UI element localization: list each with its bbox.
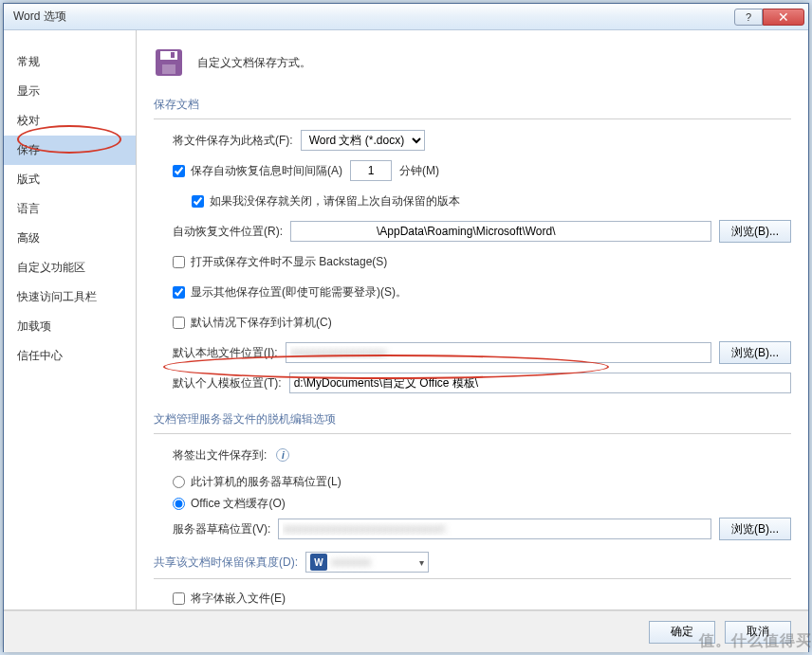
showother-checkbox[interactable] — [173, 286, 185, 299]
browse-localfile-button[interactable]: 浏览(B)... — [719, 341, 791, 364]
window-title: Word 选项 — [13, 9, 734, 25]
sidebar: 常规 显示 校对 保存 版式 语言 高级 自定义功能区 快速访问工具栏 加载项 … — [4, 30, 137, 610]
sidebar-item-advanced[interactable]: 高级 — [4, 224, 136, 253]
section-save-docs: 保存文档 — [154, 91, 791, 119]
radio-server-draft[interactable] — [173, 476, 185, 488]
sidebar-item-quick-access[interactable]: 快速访问工具栏 — [4, 282, 136, 312]
radio-server-draft-label: 此计算机的服务器草稿位置(L) — [191, 474, 341, 490]
ok-button[interactable]: 确定 — [649, 621, 715, 644]
format-label: 将文件保存为此格式(F): — [173, 133, 293, 149]
localfile-label: 默认本地文件位置(I): — [173, 345, 278, 361]
help-button[interactable]: ? — [734, 9, 763, 26]
defaultcomp-label: 默认情况下保存到计算机(C) — [191, 315, 332, 331]
checkout-label: 将签出文件保存到: — [173, 447, 267, 464]
sidebar-item-layout[interactable]: 版式 — [4, 165, 136, 194]
sidebar-item-display[interactable]: 显示 — [4, 77, 136, 106]
main-panel: 自定义文档保存方式。 保存文档 将文件保存为此格式(F): Word 文档 (*… — [137, 30, 808, 610]
autosave-checkbox[interactable] — [173, 165, 185, 177]
svg-rect-1 — [160, 51, 177, 60]
radio-office-cache-label: Office 文档缓存(O) — [191, 496, 286, 512]
word-icon: W — [310, 554, 327, 571]
page-title: 自定义文档保存方式。 — [197, 55, 311, 71]
sidebar-item-save[interactable]: 保存 — [4, 136, 136, 165]
svg-rect-2 — [162, 64, 175, 74]
save-icon — [154, 47, 184, 78]
sidebar-item-general[interactable]: 常规 — [4, 47, 136, 77]
localfile-input[interactable] — [286, 342, 711, 363]
browse-recover-button[interactable]: 浏览(B)... — [719, 220, 791, 243]
template-input[interactable] — [289, 373, 791, 393]
sidebar-item-proofing[interactable]: 校对 — [4, 106, 136, 136]
recover-input[interactable] — [290, 221, 711, 242]
sidebar-item-customize-ribbon[interactable]: 自定义功能区 — [4, 253, 136, 282]
close-button[interactable]: ✕ — [763, 9, 804, 26]
doc-select[interactable]: W xxxxxxx — [305, 552, 429, 573]
browse-draft-button[interactable]: 浏览(B)... — [719, 518, 791, 540]
keeplast-checkbox[interactable] — [192, 195, 204, 208]
defaultcomp-checkbox[interactable] — [173, 317, 185, 329]
titlebar: Word 选项 ? ✕ — [4, 4, 808, 30]
recover-label: 自动恢复文件位置(R): — [173, 224, 283, 240]
cancel-button[interactable]: 取消 — [725, 621, 791, 644]
info-icon[interactable]: i — [276, 448, 289, 462]
sidebar-item-trust-center[interactable]: 信任中心 — [4, 341, 136, 371]
sidebar-item-addins[interactable]: 加载项 — [4, 312, 136, 341]
section-offline: 文档管理服务器文件的脱机编辑选项 — [154, 406, 791, 434]
format-select[interactable]: Word 文档 (*.docx) — [301, 130, 425, 151]
embed-checkbox[interactable] — [173, 592, 185, 605]
template-label: 默认个人模板位置(T): — [173, 375, 282, 391]
svg-rect-3 — [171, 52, 175, 58]
embed-label: 将字体嵌入文件(E) — [191, 591, 286, 607]
draft-input[interactable] — [278, 519, 711, 539]
autosave-interval-input[interactable] — [350, 160, 392, 181]
nobackstage-checkbox[interactable] — [173, 256, 185, 268]
nobackstage-label: 打开或保存文件时不显示 Backstage(S) — [191, 254, 387, 270]
minutes-label: 分钟(M) — [399, 163, 439, 179]
section-fidelity: 共享该文档时保留保真度(D): — [154, 555, 298, 571]
keeplast-label: 如果我没保存就关闭，请保留上次自动保留的版本 — [210, 193, 460, 209]
autosave-label: 保存自动恢复信息时间间隔(A) — [191, 163, 342, 179]
footer: 确定 取消 — [4, 610, 808, 652]
radio-office-cache[interactable] — [173, 498, 185, 510]
draft-label: 服务器草稿位置(V): — [173, 521, 270, 537]
doc-select-value: xxxxxxx — [331, 555, 371, 569]
sidebar-item-language[interactable]: 语言 — [4, 194, 136, 224]
showother-label: 显示其他保存位置(即使可能需要登录)(S)。 — [191, 284, 407, 300]
